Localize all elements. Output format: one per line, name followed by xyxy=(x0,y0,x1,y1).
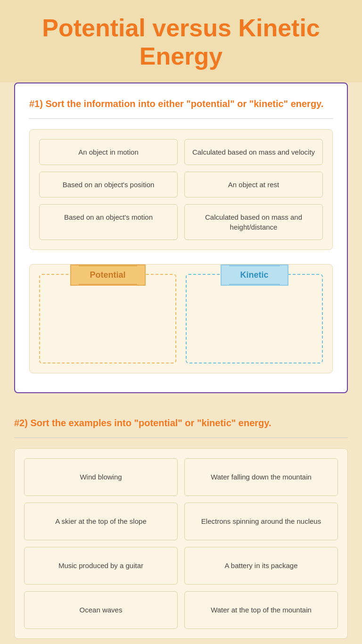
example-card[interactable]: Water falling down the mountain xyxy=(184,458,338,496)
example-card[interactable]: Music produced by a guitar xyxy=(24,547,178,585)
section1-divider xyxy=(29,118,333,119)
drop-zones-container: Potential Kinetic xyxy=(29,264,333,373)
section2-container: #2) Sort the examples into "potential" o… xyxy=(0,417,362,644)
example-card[interactable]: A battery in its package xyxy=(184,547,338,585)
potential-banner: Potential xyxy=(70,264,145,286)
kinetic-banner-arrow-right xyxy=(280,266,288,283)
sort-cards-grid: An object in motionCalculated based on m… xyxy=(29,129,333,250)
example-card[interactable]: Ocean waves xyxy=(24,591,178,629)
section1-title: #1) Sort the information into either "po… xyxy=(29,98,333,110)
example-card[interactable]: Electrons spinning around the nucleus xyxy=(184,503,338,540)
page-header: Potential versus Kinetic Energy xyxy=(0,0,362,83)
sort-card[interactable]: Calculated based on mass and height/dist… xyxy=(184,204,323,240)
kinetic-label: Kinetic xyxy=(229,265,280,285)
example-card[interactable]: Water at the top of the mountain xyxy=(184,591,338,629)
main-card: #1) Sort the information into either "po… xyxy=(14,83,348,393)
sort-card[interactable]: An object at rest xyxy=(184,172,323,198)
potential-drop-zone[interactable]: Potential xyxy=(39,274,176,363)
kinetic-banner-arrow-left xyxy=(221,266,229,283)
kinetic-drop-zone[interactable]: Kinetic xyxy=(186,274,323,363)
sort-card[interactable]: Based on an object's position xyxy=(39,172,178,198)
page-title: Potential versus Kinetic Energy xyxy=(28,14,334,71)
example-card[interactable]: Wind blowing xyxy=(24,458,178,496)
potential-banner-arrow-left xyxy=(71,266,78,283)
potential-banner-arrow-right xyxy=(137,266,145,283)
sort-card[interactable]: Calculated based on mass and velocity xyxy=(184,139,323,165)
sort-card[interactable]: An object in motion xyxy=(39,139,178,165)
potential-label: Potential xyxy=(78,265,137,285)
section2-divider xyxy=(14,438,348,438)
sort-card[interactable]: Based on an object's motion xyxy=(39,204,178,240)
section2-title: #2) Sort the examples into "potential" o… xyxy=(14,417,348,429)
kinetic-banner: Kinetic xyxy=(220,264,288,286)
examples-grid: Wind blowingWater falling down the mount… xyxy=(14,448,348,639)
example-card[interactable]: A skier at the top of the slope xyxy=(24,503,178,540)
